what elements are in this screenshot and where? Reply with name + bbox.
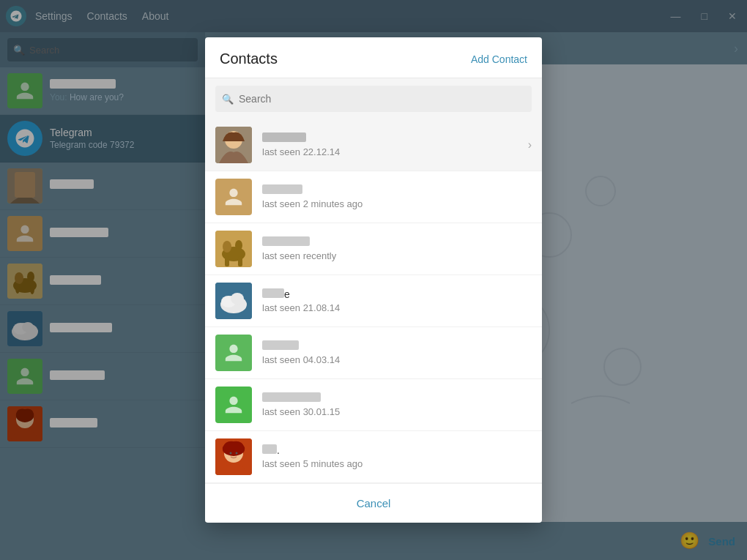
contact-status: last seen 21.08.14: [262, 302, 532, 313]
contact-info: last seen 2 minutes ago: [262, 184, 532, 209]
modal-search-input[interactable]: [215, 86, 532, 112]
contact-item[interactable]: last seen 04.03.14: [205, 327, 542, 379]
contact-status: last seen 5 minutes ago: [262, 458, 532, 469]
avatar: [215, 335, 252, 371]
contact-name: [262, 184, 532, 196]
modal-header: Contacts Add Contact: [205, 37, 542, 78]
contact-info: last seen 04.03.14: [262, 340, 532, 365]
contact-name: [262, 132, 528, 144]
contact-info: last seen recently: [262, 236, 532, 261]
avatar: [215, 283, 252, 319]
contact-info: last seen 30.01.15: [262, 392, 532, 417]
contact-item[interactable]: last seen 2 minutes ago: [205, 171, 542, 223]
contact-info: e last seen 21.08.14: [262, 288, 532, 313]
cancel-button[interactable]: Cancel: [342, 494, 406, 512]
svg-point-25: [223, 241, 231, 253]
svg-rect-27: [225, 256, 229, 266]
contact-status: last seen 30.01.15: [262, 406, 532, 417]
contact-status: last seen recently: [262, 250, 532, 261]
contact-item[interactable]: e last seen 21.08.14: [205, 275, 542, 327]
modal-overlay[interactable]: Contacts Add Contact 🔍: [0, 0, 747, 560]
svg-point-35: [230, 452, 232, 455]
avatar: [215, 127, 252, 163]
svg-rect-28: [238, 256, 242, 266]
svg-point-32: [231, 293, 244, 305]
contact-name: e: [262, 288, 532, 300]
contact-item[interactable]: . last seen 5 minutes ago: [205, 431, 542, 483]
contact-name: .: [262, 444, 532, 456]
contact-status: last seen 22.12.14: [262, 146, 528, 157]
contacts-modal: Contacts Add Contact 🔍: [205, 37, 542, 523]
avatar: [215, 179, 252, 215]
contact-name: [262, 236, 532, 248]
contact-name: [262, 392, 532, 404]
contact-name: [262, 340, 532, 352]
svg-point-36: [236, 452, 238, 455]
modal-title: Contacts: [220, 51, 278, 67]
modal-footer: Cancel: [205, 483, 542, 523]
avatar: [215, 231, 252, 267]
avatar: [215, 438, 252, 475]
contact-status: last seen 2 minutes ago: [262, 198, 532, 209]
contact-info: last seen 22.12.14: [262, 132, 528, 157]
add-contact-button[interactable]: Add Contact: [471, 53, 527, 65]
contact-arrow-icon: ›: [528, 138, 532, 152]
modal-search-area: 🔍: [205, 78, 542, 119]
svg-point-26: [235, 240, 242, 250]
contact-info: . last seen 5 minutes ago: [262, 444, 532, 469]
modal-search-icon: 🔍: [222, 94, 234, 105]
contact-list: last seen 22.12.14 › last seen 2 minutes…: [205, 119, 542, 483]
app-window: Settings Contacts About — □ ✕ 🔍: [0, 0, 747, 560]
contact-item[interactable]: last seen recently: [205, 223, 542, 275]
contact-item[interactable]: last seen 22.12.14 ›: [205, 119, 542, 171]
contact-status: last seen 04.03.14: [262, 354, 532, 365]
contact-item[interactable]: last seen 30.01.15: [205, 379, 542, 431]
avatar: [215, 387, 252, 423]
